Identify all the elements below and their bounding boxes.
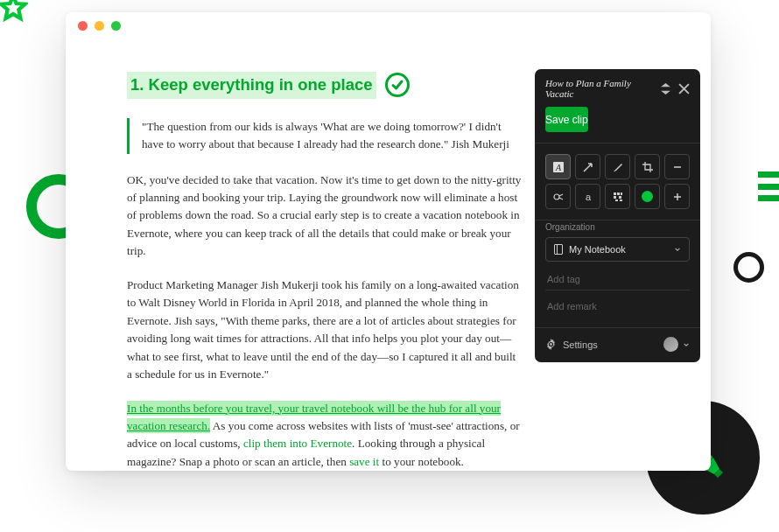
window-minimize-button[interactable] bbox=[95, 21, 104, 31]
svg-rect-12 bbox=[615, 200, 618, 201]
svg-text:A: A bbox=[554, 163, 561, 172]
svg-text:a: a bbox=[585, 192, 591, 202]
svg-point-5 bbox=[554, 194, 559, 200]
svg-rect-10 bbox=[614, 196, 616, 199]
svg-rect-11 bbox=[619, 196, 621, 199]
decor-star bbox=[0, 0, 28, 23]
organization-label: Organization bbox=[535, 220, 700, 237]
article-body: 1. Keep everything in one place "The que… bbox=[127, 72, 523, 471]
inline-link[interactable]: save it bbox=[349, 455, 379, 468]
web-clipper-panel: How to Plan a Family Vacatic Save clip A bbox=[535, 69, 700, 362]
font-icon[interactable]: a bbox=[575, 184, 600, 209]
article-heading: 1. Keep everything in one place bbox=[127, 72, 376, 99]
paragraph: Product Marketing Manager Jish Mukerji t… bbox=[127, 276, 523, 384]
zoom-in-icon[interactable] bbox=[664, 184, 690, 209]
chevron-down-icon bbox=[683, 341, 690, 348]
decor-small-ring bbox=[733, 252, 764, 283]
svg-rect-13 bbox=[620, 200, 622, 201]
pixelate-icon[interactable] bbox=[605, 184, 630, 209]
svg-rect-7 bbox=[614, 192, 616, 195]
decor-dashes bbox=[758, 172, 779, 201]
settings-button[interactable]: Settings bbox=[545, 339, 598, 350]
blockquote: "The question from our kids is always 'W… bbox=[127, 118, 523, 154]
svg-rect-8 bbox=[617, 192, 620, 195]
avatar bbox=[663, 337, 678, 352]
zoom-out-icon[interactable] bbox=[664, 154, 690, 179]
pen-icon[interactable] bbox=[605, 154, 630, 179]
annotation-tools: A a bbox=[535, 144, 700, 220]
titlebar bbox=[66, 12, 711, 38]
checkmark-stamp-icon bbox=[385, 73, 410, 97]
close-icon[interactable] bbox=[678, 83, 690, 94]
browser-window: 1. Keep everything in one place "The que… bbox=[66, 12, 711, 471]
paragraph: OK, you've decided to take that vacation… bbox=[127, 172, 523, 261]
notebook-icon bbox=[554, 244, 563, 255]
clipper-title: How to Plan a Family Vacatic bbox=[545, 78, 660, 99]
arrow-icon[interactable] bbox=[575, 154, 600, 179]
chevron-down-icon bbox=[674, 246, 681, 253]
paragraph: In the months before you travel, your tr… bbox=[127, 400, 523, 471]
gear-icon bbox=[545, 339, 557, 350]
window-zoom-button[interactable] bbox=[111, 21, 121, 31]
window-close-button[interactable] bbox=[78, 21, 88, 31]
collapse-icon[interactable] bbox=[660, 83, 671, 94]
tag-input[interactable] bbox=[545, 269, 690, 290]
crop-icon[interactable] bbox=[635, 154, 660, 179]
svg-rect-9 bbox=[621, 192, 622, 195]
inline-link[interactable]: clip them into Evernote bbox=[243, 437, 352, 450]
notebook-selector[interactable]: My Notebook bbox=[545, 237, 690, 262]
stamp-tool-icon[interactable] bbox=[545, 184, 571, 209]
save-clip-button[interactable]: Save clip bbox=[545, 107, 588, 132]
color-picker-icon[interactable] bbox=[635, 184, 660, 209]
account-menu[interactable] bbox=[663, 337, 690, 352]
notebook-name: My Notebook bbox=[569, 244, 626, 255]
text-annotation-icon[interactable]: A bbox=[545, 154, 571, 179]
remark-input[interactable] bbox=[545, 296, 690, 317]
